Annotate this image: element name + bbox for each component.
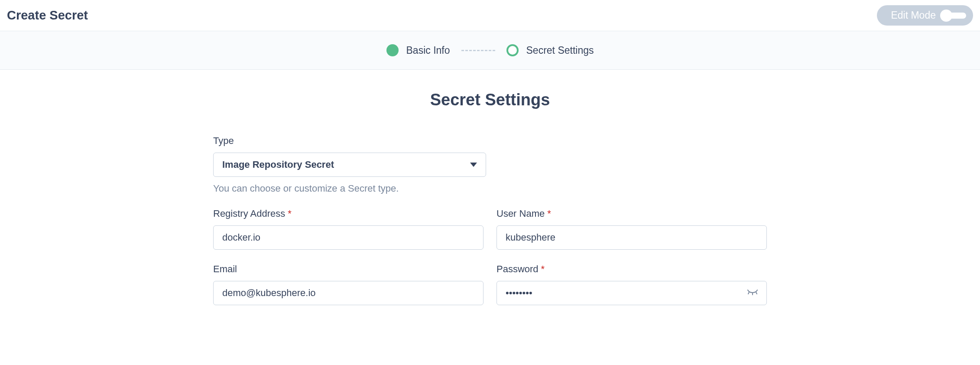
password-input[interactable] bbox=[496, 281, 767, 305]
svg-line-2 bbox=[756, 292, 757, 294]
step-dot-current-icon bbox=[506, 44, 519, 56]
required-star-icon: * bbox=[541, 264, 545, 274]
type-select[interactable]: Image Repository Secret bbox=[213, 153, 486, 177]
toggle-knob bbox=[940, 10, 952, 22]
edit-mode-toggle[interactable]: Edit Mode bbox=[877, 5, 973, 26]
form-container: Type Image Repository Secret You can cho… bbox=[210, 135, 770, 305]
registry-label: Registry Address* bbox=[213, 208, 484, 219]
password-label: Password* bbox=[496, 264, 767, 275]
svg-line-0 bbox=[748, 292, 749, 294]
field-registry-address: Registry Address* bbox=[213, 208, 484, 250]
field-username: User Name* bbox=[496, 208, 767, 250]
form-row-1: Registry Address* User Name* bbox=[213, 208, 767, 250]
toggle-track bbox=[943, 13, 966, 19]
email-input[interactable] bbox=[213, 281, 484, 305]
step-secret-settings[interactable]: Secret Settings bbox=[506, 44, 594, 56]
step-dot-completed-icon bbox=[386, 44, 399, 56]
type-help-text: You can choose or customize a Secret typ… bbox=[213, 183, 767, 194]
header: Create Secret Edit Mode bbox=[0, 0, 980, 31]
field-type: Type Image Repository Secret You can cho… bbox=[213, 135, 767, 194]
username-input[interactable] bbox=[496, 225, 767, 250]
type-selected-value: Image Repository Secret bbox=[222, 159, 334, 170]
required-star-icon: * bbox=[288, 208, 292, 219]
password-wrapper bbox=[496, 281, 767, 305]
chevron-down-icon bbox=[470, 163, 477, 167]
step-label: Secret Settings bbox=[526, 45, 594, 56]
steps-bar: Basic Info Secret Settings bbox=[0, 31, 980, 70]
main-content: Secret Settings Type Image Repository Se… bbox=[0, 70, 980, 326]
step-label: Basic Info bbox=[406, 45, 450, 56]
form-row-2: Email Password* bbox=[213, 264, 767, 305]
section-title: Secret Settings bbox=[0, 91, 980, 109]
step-divider bbox=[461, 50, 495, 51]
edit-mode-label: Edit Mode bbox=[891, 10, 936, 21]
page-title: Create Secret bbox=[7, 8, 88, 23]
email-label: Email bbox=[213, 264, 484, 275]
field-email: Email bbox=[213, 264, 484, 305]
field-password: Password* bbox=[496, 264, 767, 305]
required-star-icon: * bbox=[547, 208, 551, 219]
username-label: User Name* bbox=[496, 208, 767, 219]
step-basic-info[interactable]: Basic Info bbox=[386, 44, 450, 56]
type-label: Type bbox=[213, 135, 767, 147]
registry-address-input[interactable] bbox=[213, 225, 484, 250]
eye-closed-icon[interactable] bbox=[747, 289, 758, 297]
